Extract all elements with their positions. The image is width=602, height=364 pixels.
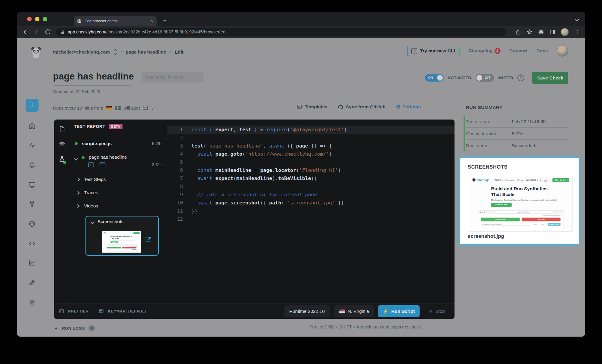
code-line: 11})	[167, 207, 455, 215]
browser-profile-avatar[interactable]	[561, 28, 569, 36]
file-icon[interactable]	[58, 126, 66, 133]
forward-icon[interactable]	[33, 29, 40, 35]
screenshot-thumbnail-large[interactable]: Checkly Product ⌄CustomersPricingDevelop…	[469, 175, 573, 232]
side-panel-icon[interactable]	[549, 29, 556, 35]
screenshot-thumbnail-small[interactable]: Checkly Product ⌄CustomersPricingDevelop…	[102, 231, 141, 253]
activated-toggle[interactable]: ON	[425, 74, 444, 82]
muted-toggle[interactable]: OFF	[476, 74, 494, 82]
reload-icon[interactable]	[45, 29, 51, 35]
external-link-icon[interactable]	[144, 236, 151, 243]
breadcrumb-current-page: Edit	[175, 49, 183, 55]
alert-text: will alert	[124, 105, 140, 110]
account-selector-chevrons-icon[interactable]	[114, 49, 116, 55]
stop-x-icon: ✕	[429, 309, 433, 314]
stop-button[interactable]: ✕Stop	[424, 305, 450, 317]
locations-pin-icon[interactable]	[28, 299, 36, 306]
tree-row-screenshots[interactable]: Screenshots	[98, 219, 123, 224]
user-avatar[interactable]	[557, 45, 568, 57]
docs-link[interactable]: Docs	[536, 48, 548, 54]
lock-icon	[61, 30, 65, 34]
prettier-button[interactable]: PRETTIER	[59, 309, 88, 314]
lightning-icon: ⚡	[383, 309, 389, 314]
schedule-summary: Runs every 10 mins from will alert	[53, 105, 157, 111]
site-mock-small: Checkly Product ⌄CustomersPricingDevelop…	[102, 231, 141, 252]
title-underline	[53, 86, 131, 86]
code-editor[interactable]: 1const { expect, test } = require('@play…	[167, 120, 455, 303]
address-bar[interactable]: app.checklyhq.com/checks/a2ec932b-c42c-4…	[56, 28, 506, 36]
browser-window: Edit browser check × + app.checklyhq.com…	[17, 12, 585, 337]
summary-row-duration: Check duration:5.79 s	[466, 128, 568, 140]
schedule-text: Runs every 10 mins from	[53, 105, 103, 110]
sync-from-github-button[interactable]: Sync from GitHub	[338, 104, 386, 110]
tab-overflow-chevron-icon[interactable]	[575, 17, 579, 21]
templates-button[interactable]: Templates	[296, 104, 327, 110]
tree-row-traces[interactable]: Traces	[70, 188, 167, 197]
check-title[interactable]: page has headline	[53, 71, 134, 82]
chip-icon[interactable]	[58, 141, 66, 148]
window-icon[interactable]	[99, 162, 106, 167]
bookmark-star-icon[interactable]	[526, 29, 533, 35]
browser-tab[interactable]: Edit browser check ×	[74, 16, 157, 26]
beta-badge: BETA	[109, 124, 123, 129]
tree-row-videos[interactable]: Videos	[70, 201, 167, 210]
settings-button[interactable]: ⚙ Settings	[396, 104, 421, 110]
tree-row-test-steps[interactable]: Test Steps	[70, 175, 167, 184]
back-icon[interactable]	[22, 29, 28, 35]
github-icon	[338, 104, 343, 110]
screenshots-panel-title: SCREENSHOTS	[468, 164, 507, 170]
collapse-triangle-icon	[54, 327, 58, 329]
runtime-selector[interactable]: Runtime 2022.10	[284, 305, 330, 317]
keymap-button[interactable]: KEYMAP: DEFAULT	[99, 309, 147, 314]
quickstart-rocket-icon[interactable]	[28, 279, 36, 286]
browser-menu-kebab-icon[interactable]	[574, 29, 580, 35]
run-summary-panel: Timestamp:Feb 22 15:49:35 Check duration…	[466, 116, 568, 151]
maintenance-wrench-icon[interactable]	[28, 201, 36, 208]
extensions-puzzle-icon[interactable]	[538, 29, 544, 35]
support-link[interactable]: Support	[510, 48, 527, 54]
tab-close-icon[interactable]: ×	[150, 18, 154, 23]
traffic-close-button[interactable]	[27, 17, 32, 21]
tree-screenshots-highlight[interactable]: Screenshots Checkly Product ⌄CustomersPr…	[85, 216, 159, 256]
test-editor-panel: TEST REPORT BETA script.spec.js 5.79 s p…	[54, 120, 455, 319]
save-check-button[interactable]: Save Check	[532, 72, 568, 84]
try-cli-button[interactable]: >_ Try our new CLI	[407, 46, 459, 56]
private-locations-globe-icon[interactable]	[28, 220, 36, 228]
code-line: 3test('page has headline', async ({ page…	[167, 142, 455, 150]
traffic-zoom-button[interactable]	[43, 17, 47, 21]
prettier-terminal-icon	[59, 309, 64, 314]
code-snippets-icon[interactable]	[28, 240, 36, 247]
checkly-logo-icon[interactable]	[30, 46, 42, 58]
traffic-minimize-button[interactable]	[35, 17, 39, 21]
new-tab-button[interactable]: +	[163, 17, 167, 23]
panda-favicon-icon	[77, 18, 82, 23]
checkly-app: michelle@checklyhq.com / page has headli…	[17, 38, 585, 337]
region-selector[interactable]: N. Virginia	[334, 305, 374, 317]
share-icon[interactable]	[515, 29, 521, 35]
changelog-count-badge: 4	[495, 48, 501, 54]
keymap-icon	[99, 309, 104, 314]
run-script-button[interactable]: ⚡Run Script	[378, 305, 420, 317]
active-tab-status-dot	[63, 161, 66, 164]
account-selector[interactable]: michelle@checklyhq.com	[53, 49, 110, 55]
muted-help-icon[interactable]: ?	[517, 74, 524, 81]
test-duration: 3.31 s	[152, 162, 163, 167]
url-host: app.checklyhq.com	[68, 30, 105, 34]
pro-tip-text: Pro tip: CMD + SHIFT + K quick runs and …	[309, 325, 421, 329]
code-line: 10 await page.screenshot({ path: 'screen…	[167, 199, 455, 207]
home-icon[interactable]	[28, 122, 36, 129]
dashboards-monitor-icon[interactable]	[28, 181, 36, 188]
tree-row-spec-file[interactable]: script.spec.js 5.79 s	[70, 139, 167, 148]
activity-pulse-icon[interactable]	[28, 142, 36, 149]
breadcrumb-check-link[interactable]: page has headline	[126, 49, 166, 55]
video-icon[interactable]	[88, 162, 94, 167]
tree-row-test-case[interactable]: page has headline 3.31 s	[70, 153, 167, 169]
changelog-link[interactable]: Changelog4	[469, 48, 501, 54]
analytics-chart-icon[interactable]	[28, 259, 36, 266]
create-check-button[interactable]: +	[26, 99, 39, 112]
code-line: 1const { expect, test } = require('@play…	[167, 126, 455, 134]
site-mock-large: Checkly Product ⌄CustomersPricingDevelop…	[469, 175, 572, 231]
code-line: 12	[167, 215, 455, 223]
tag-input[interactable]	[141, 72, 203, 82]
alerts-bell-icon[interactable]	[28, 161, 36, 169]
app-sidebar: +	[17, 67, 40, 337]
